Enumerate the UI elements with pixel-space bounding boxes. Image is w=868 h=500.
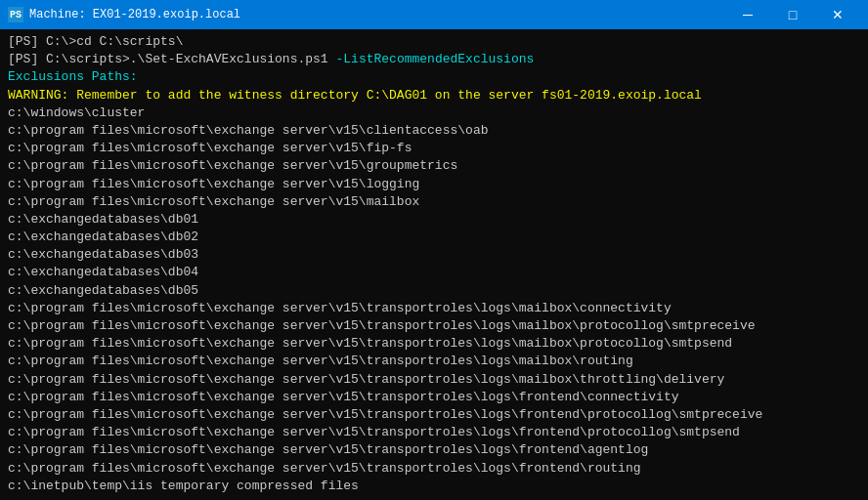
terminal-line: c:\program files\microsoft\exchange serv… — [8, 157, 856, 175]
terminal-line: c:\program files\microsoft\exchange serv… — [8, 335, 856, 353]
terminal-line: c:\exchangedatabases\db04 — [8, 264, 856, 281]
terminal-line: c:\program files\microsoft\exchange serv… — [8, 371, 856, 389]
terminal-line: c:\program files\microsoft\exchange serv… — [8, 140, 856, 157]
terminal-line: c:\program files\microsoft\exchange serv… — [8, 406, 856, 424]
terminal-line: c:\exchangedatabases\db02 — [8, 229, 856, 246]
terminal-line: c:\program files\microsoft\exchange serv… — [8, 176, 856, 193]
terminal-line: c:\exchangedatabases\db03 — [8, 246, 856, 264]
title-bar-left: PS Machine: EX01-2019.exoip.local — [8, 7, 240, 22]
window-controls: ─ □ ✕ — [725, 0, 860, 29]
terminal-line: c:\program files\microsoft\exchange serv… — [8, 441, 856, 459]
terminal-line: c:\exchangedatabases\db05 — [8, 282, 856, 300]
terminal-line: c:\program files\microsoft\exchange serv… — [8, 389, 856, 406]
terminal-icon: PS — [8, 7, 23, 22]
terminal-line: [PS] C:\>cd C:\scripts\ — [8, 33, 856, 51]
terminal-line: Exclusions Paths: — [8, 68, 856, 86]
terminal-line: [PS] C:\scripts>.\Set-ExchAVExclusions.p… — [8, 51, 856, 68]
terminal-output: [PS] C:\>cd C:\scripts\[PS] C:\scripts>.… — [8, 33, 856, 496]
maximize-button[interactable]: □ — [770, 0, 815, 29]
terminal-line: c:\program files\microsoft\exchange serv… — [8, 424, 856, 441]
terminal-line: WARNING: Remember to add the witness dir… — [8, 87, 856, 104]
terminal-line: c:\program files\microsoft\exchange serv… — [8, 122, 856, 140]
terminal-line: c:\inetpub\temp\iis temporary compressed… — [8, 478, 856, 495]
terminal-line: c:\exchangedatabases\db01 — [8, 211, 856, 229]
close-button[interactable]: ✕ — [815, 0, 860, 29]
title-bar: PS Machine: EX01-2019.exoip.local ─ □ ✕ — [0, 0, 868, 29]
terminal-line: c:\program files\microsoft\exchange serv… — [8, 317, 856, 335]
terminal-line: c:\program files\microsoft\exchange serv… — [8, 495, 856, 496]
terminal-line: c:\program files\microsoft\exchange serv… — [8, 353, 856, 370]
terminal-line: c:\program files\microsoft\exchange serv… — [8, 300, 856, 317]
terminal-line: c:\program files\microsoft\exchange serv… — [8, 460, 856, 478]
minimize-button[interactable]: ─ — [725, 0, 770, 29]
terminal-line: c:\windows\cluster — [8, 104, 856, 122]
terminal-scroll[interactable]: [PS] C:\>cd C:\scripts\[PS] C:\scripts>.… — [8, 33, 860, 496]
terminal-line: c:\program files\microsoft\exchange serv… — [8, 193, 856, 211]
terminal-window: [PS] C:\>cd C:\scripts\[PS] C:\scripts>.… — [0, 29, 868, 500]
window-title: Machine: EX01-2019.exoip.local — [29, 8, 240, 21]
